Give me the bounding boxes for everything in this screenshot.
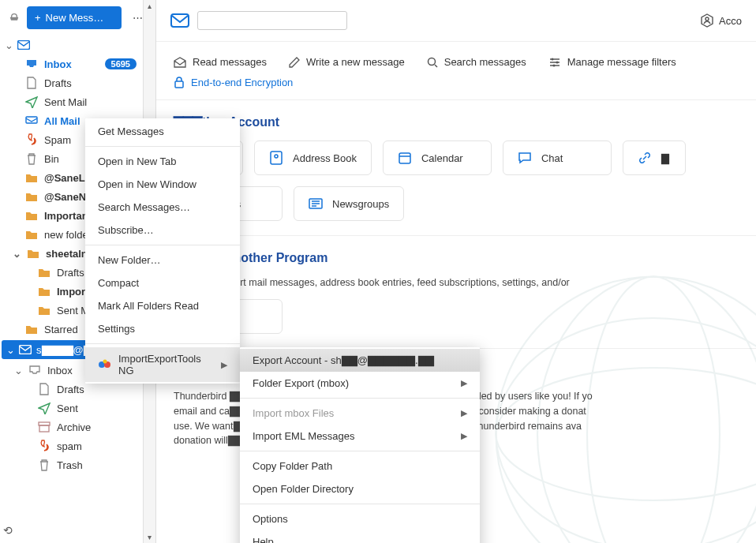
inbox-icon <box>25 58 38 70</box>
stack-icon <box>25 114 38 127</box>
scroll-down-icon[interactable]: ▾ <box>144 533 155 541</box>
folder-spam2[interactable]: spam <box>0 436 143 455</box>
sub-import-mbox: Import mbox Files▶ <box>240 402 480 425</box>
svg-point-11 <box>705 17 709 21</box>
fire-icon <box>25 133 38 146</box>
ctx-separator <box>240 451 480 451</box>
sub-options[interactable]: Options <box>240 507 480 530</box>
pencil-icon <box>289 57 300 68</box>
search-icon <box>427 57 438 68</box>
card-calendar[interactable]: Calendar <box>383 140 492 175</box>
read-messages-action[interactable]: Read messages <box>174 56 267 68</box>
card-chat[interactable]: Chat <box>503 140 612 175</box>
ctx-open-new-tab[interactable]: Open in New Tab <box>85 150 240 173</box>
svg-rect-10 <box>171 14 189 27</box>
svg-point-12 <box>428 58 435 65</box>
folder-drafts[interactable]: Drafts <box>0 73 143 92</box>
ctx-separator <box>85 343 240 344</box>
new-message-button[interactable]: + New Mess… <box>27 6 122 29</box>
sub-open-directory[interactable]: Open Folder Directory <box>240 477 480 500</box>
ctx-open-new-window[interactable]: Open in New Window <box>85 173 240 196</box>
chevron-down-icon: ⌄ <box>13 248 21 260</box>
account-label: Acco <box>719 15 742 27</box>
write-message-action[interactable]: Write a new message <box>289 56 405 68</box>
svg-point-13 <box>551 58 553 60</box>
folder-archive[interactable]: Archive <box>0 418 143 436</box>
app-icon <box>8 12 21 24</box>
chevron-down-icon: ⌄ <box>14 365 22 376</box>
ctx-separator <box>240 398 480 399</box>
ctx-get-messages[interactable]: Get Messages <box>85 120 240 143</box>
fire-icon <box>38 440 51 452</box>
topbar: Acco <box>156 0 756 42</box>
account-settings-button[interactable]: Acco <box>700 13 742 28</box>
inbox-icon <box>28 364 41 376</box>
folder-icon <box>38 304 51 316</box>
send-icon <box>25 95 38 108</box>
account-row[interactable]: ⌄ <box>0 36 143 54</box>
ctx-subscribe[interactable]: Subscribe… <box>85 219 240 242</box>
folder-icon <box>27 247 39 260</box>
chevron-down-icon: ⌄ <box>5 39 13 51</box>
svg-rect-0 <box>18 41 30 50</box>
card-addressbook[interactable]: Address Book <box>254 140 372 175</box>
sub-import-eml[interactable]: Import EML Messages▶ <box>240 425 480 448</box>
folder-trash2[interactable]: Trash <box>0 455 143 474</box>
folder-sent2[interactable]: Sent <box>0 399 143 418</box>
ctx-import-export-tools[interactable]: ImportExportTools NG ▶ <box>85 347 240 382</box>
folder-inbox[interactable]: Inbox 5695 <box>0 54 143 73</box>
envelope-open-icon <box>174 57 186 68</box>
card-newsgroups[interactable]: Newsgroups <box>294 186 404 221</box>
chevron-right-icon: ▶ <box>221 360 227 370</box>
ctx-compact[interactable]: Compact <box>85 272 240 294</box>
svg-point-14 <box>556 61 558 63</box>
folder-icon <box>38 266 51 279</box>
search-messages-action[interactable]: Search messages <box>427 56 526 68</box>
svg-point-15 <box>552 64 555 66</box>
mail-account-icon <box>19 343 32 356</box>
folder-icon <box>25 190 38 203</box>
section-title: ▇▇▇▇▇ Another Program <box>174 250 739 265</box>
chevron-down-icon: ⌄ <box>6 344 14 356</box>
ctx-new-folder[interactable]: New Folder… <box>85 249 240 272</box>
account-label <box>35 39 137 51</box>
encryption-action[interactable]: End-to-end Encryption <box>174 76 739 88</box>
manage-filters-action[interactable]: Manage message filters <box>548 56 676 68</box>
context-submenu: Export Account - sh▇▇@▇▇▇▇▇▇.▇▇ Folder E… <box>240 347 480 543</box>
ctx-mark-all-read[interactable]: Mark All Folders Read <box>85 294 240 317</box>
svg-point-18 <box>275 155 278 158</box>
news-icon <box>309 197 323 211</box>
sub-help[interactable]: Help <box>240 530 480 543</box>
address-input[interactable] <box>197 11 347 30</box>
lock-icon <box>174 76 185 88</box>
folder-sent[interactable]: Sent Mail <box>0 92 143 111</box>
svg-rect-2 <box>20 346 32 354</box>
section-title: ▇▇▇ther Account <box>174 114 739 129</box>
sub-export-account[interactable]: Export Account - sh▇▇@▇▇▇▇▇▇.▇▇ <box>240 349 480 372</box>
sliders-icon <box>548 57 561 68</box>
sync-icon[interactable]: ⟲ <box>3 524 13 537</box>
trash-icon <box>38 459 51 471</box>
doc-icon <box>25 77 38 89</box>
card-link[interactable]: ▇ <box>623 140 686 175</box>
ctx-settings[interactable]: Settings <box>85 317 240 340</box>
mail-icon <box>170 13 189 28</box>
hexagon-user-icon <box>700 13 714 28</box>
folder-icon <box>25 209 38 222</box>
svg-rect-19 <box>399 153 410 163</box>
folder-icon <box>25 171 38 184</box>
ctx-separator <box>240 504 480 504</box>
svg-rect-16 <box>175 81 183 88</box>
sub-copy-path[interactable]: Copy Folder Path <box>240 455 480 477</box>
plus-icon: + <box>35 12 41 24</box>
doc-icon <box>38 383 51 395</box>
ctx-search-messages[interactable]: Search Messages… <box>85 196 240 219</box>
folder-icon <box>38 285 51 298</box>
sub-folder-export[interactable]: Folder Export (mbox)▶ <box>240 372 480 395</box>
action-row: Read messages Write a new message Search… <box>156 42 756 68</box>
svg-rect-4 <box>39 425 49 432</box>
chevron-right-icon: ▶ <box>461 378 467 388</box>
import-section: ▇▇▇▇▇ Another Program ▇▇▇ you import mai… <box>156 235 756 348</box>
unread-badge: 5695 <box>105 58 137 69</box>
scroll-up-icon[interactable]: ▴ <box>144 2 155 10</box>
